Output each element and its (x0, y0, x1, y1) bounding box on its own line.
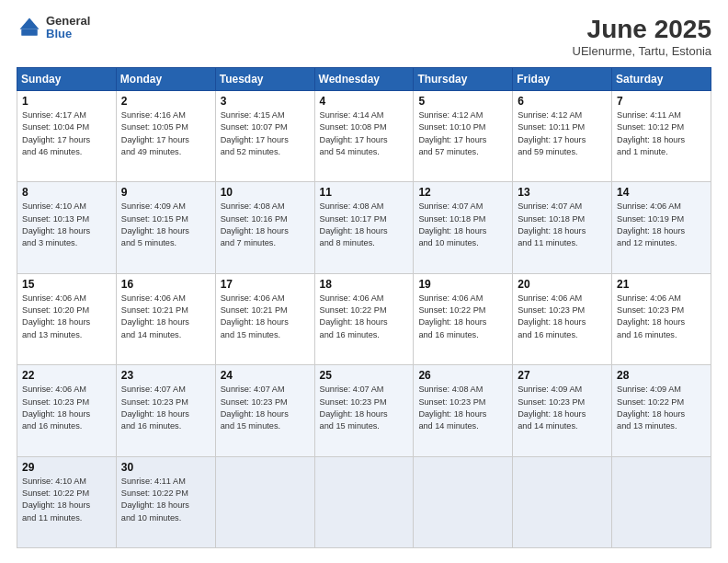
month-title: June 2025 (573, 15, 712, 44)
col-monday: Monday (116, 68, 215, 91)
day-number: 29 (22, 461, 111, 474)
day-info: Sunrise: 4:11 AM Sunset: 10:12 PM Daylig… (617, 109, 706, 158)
col-tuesday: Tuesday (215, 68, 314, 91)
day-number: 10 (221, 186, 310, 199)
day-info: Sunrise: 4:10 AM Sunset: 10:22 PM Daylig… (22, 476, 111, 524)
day-number: 11 (320, 186, 409, 199)
location: UElenurme, Tartu, Estonia (573, 44, 712, 58)
table-row: 1Sunrise: 4:17 AM Sunset: 10:04 PM Dayli… (17, 91, 117, 182)
day-number: 30 (121, 461, 210, 474)
day-info: Sunrise: 4:06 AM Sunset: 10:20 PM Daylig… (22, 293, 111, 341)
day-number: 23 (121, 369, 210, 382)
day-number: 1 (22, 95, 111, 108)
table-row: 6Sunrise: 4:12 AM Sunset: 10:11 PM Dayli… (513, 91, 612, 182)
day-number: 15 (22, 278, 111, 291)
table-row: 14Sunrise: 4:06 AM Sunset: 10:19 PM Dayl… (612, 182, 711, 273)
header: General Blue June 2025 UElenurme, Tartu,… (17, 15, 711, 58)
day-number: 12 (418, 186, 507, 199)
day-number: 2 (121, 95, 210, 108)
day-number: 25 (320, 369, 409, 382)
day-info: Sunrise: 4:06 AM Sunset: 10:21 PM Daylig… (121, 293, 210, 341)
calendar-week-4: 22Sunrise: 4:06 AM Sunset: 10:23 PM Dayl… (17, 365, 711, 456)
table-row: 19Sunrise: 4:06 AM Sunset: 10:22 PM Dayl… (414, 273, 513, 364)
day-info: Sunrise: 4:06 AM Sunset: 10:22 PM Daylig… (418, 293, 507, 341)
day-info: Sunrise: 4:12 AM Sunset: 10:10 PM Daylig… (418, 109, 507, 158)
table-row: 27Sunrise: 4:09 AM Sunset: 10:23 PM Dayl… (513, 365, 612, 456)
table-row (314, 456, 414, 547)
day-info: Sunrise: 4:12 AM Sunset: 10:11 PM Daylig… (518, 109, 607, 158)
day-info: Sunrise: 4:07 AM Sunset: 10:23 PM Daylig… (320, 384, 409, 432)
table-row: 28Sunrise: 4:09 AM Sunset: 10:22 PM Dayl… (612, 365, 711, 456)
day-number: 19 (418, 278, 507, 291)
table-row: 16Sunrise: 4:06 AM Sunset: 10:21 PM Dayl… (116, 273, 215, 364)
day-number: 3 (221, 95, 310, 108)
svg-marker-0 (20, 18, 40, 29)
table-row: 9Sunrise: 4:09 AM Sunset: 10:15 PM Dayli… (116, 182, 215, 273)
table-row: 7Sunrise: 4:11 AM Sunset: 10:12 PM Dayli… (612, 91, 711, 182)
day-info: Sunrise: 4:08 AM Sunset: 10:23 PM Daylig… (418, 384, 507, 432)
table-row: 24Sunrise: 4:07 AM Sunset: 10:23 PM Dayl… (215, 365, 314, 456)
day-info: Sunrise: 4:08 AM Sunset: 10:17 PM Daylig… (320, 201, 409, 249)
calendar-header-row: Sunday Monday Tuesday Wednesday Thursday… (17, 68, 711, 91)
table-row: 5Sunrise: 4:12 AM Sunset: 10:10 PM Dayli… (414, 91, 513, 182)
table-row: 30Sunrise: 4:11 AM Sunset: 10:22 PM Dayl… (116, 456, 215, 547)
table-row: 17Sunrise: 4:06 AM Sunset: 10:21 PM Dayl… (215, 273, 314, 364)
day-number: 28 (617, 369, 706, 382)
day-number: 4 (320, 95, 409, 108)
day-number: 5 (418, 95, 507, 108)
table-row: 13Sunrise: 4:07 AM Sunset: 10:18 PM Dayl… (513, 182, 612, 273)
logo: General Blue (17, 15, 90, 41)
day-info: Sunrise: 4:08 AM Sunset: 10:16 PM Daylig… (221, 201, 310, 249)
table-row: 8Sunrise: 4:10 AM Sunset: 10:13 PM Dayli… (17, 182, 117, 273)
table-row: 26Sunrise: 4:08 AM Sunset: 10:23 PM Dayl… (414, 365, 513, 456)
table-row (215, 456, 314, 547)
table-row: 21Sunrise: 4:06 AM Sunset: 10:23 PM Dayl… (612, 273, 711, 364)
calendar-week-2: 8Sunrise: 4:10 AM Sunset: 10:13 PM Dayli… (17, 182, 711, 273)
day-number: 9 (121, 186, 210, 199)
day-info: Sunrise: 4:06 AM Sunset: 10:19 PM Daylig… (617, 201, 706, 249)
calendar-week-5: 29Sunrise: 4:10 AM Sunset: 10:22 PM Dayl… (17, 456, 711, 547)
table-row: 2Sunrise: 4:16 AM Sunset: 10:05 PM Dayli… (116, 91, 215, 182)
table-row (513, 456, 612, 547)
table-row: 3Sunrise: 4:15 AM Sunset: 10:07 PM Dayli… (215, 91, 314, 182)
day-info: Sunrise: 4:14 AM Sunset: 10:08 PM Daylig… (320, 109, 409, 158)
day-number: 16 (121, 278, 210, 291)
logo-general-text: General (46, 15, 90, 28)
day-number: 26 (418, 369, 507, 382)
table-row: 29Sunrise: 4:10 AM Sunset: 10:22 PM Dayl… (17, 456, 117, 547)
table-row: 12Sunrise: 4:07 AM Sunset: 10:18 PM Dayl… (414, 182, 513, 273)
day-number: 17 (221, 278, 310, 291)
col-thursday: Thursday (414, 68, 513, 91)
table-row: 20Sunrise: 4:06 AM Sunset: 10:23 PM Dayl… (513, 273, 612, 364)
day-info: Sunrise: 4:09 AM Sunset: 10:15 PM Daylig… (121, 201, 210, 249)
table-row: 25Sunrise: 4:07 AM Sunset: 10:23 PM Dayl… (314, 365, 414, 456)
calendar-week-3: 15Sunrise: 4:06 AM Sunset: 10:20 PM Dayl… (17, 273, 711, 364)
table-row: 4Sunrise: 4:14 AM Sunset: 10:08 PM Dayli… (314, 91, 414, 182)
table-row: 10Sunrise: 4:08 AM Sunset: 10:16 PM Dayl… (215, 182, 314, 273)
table-row: 15Sunrise: 4:06 AM Sunset: 10:20 PM Dayl… (17, 273, 117, 364)
day-info: Sunrise: 4:17 AM Sunset: 10:04 PM Daylig… (22, 109, 111, 158)
table-row (612, 456, 711, 547)
table-row (414, 456, 513, 547)
day-info: Sunrise: 4:07 AM Sunset: 10:23 PM Daylig… (121, 384, 210, 432)
title-block: June 2025 UElenurme, Tartu, Estonia (573, 15, 712, 58)
day-info: Sunrise: 4:09 AM Sunset: 10:23 PM Daylig… (518, 384, 607, 432)
logo-icon (17, 15, 42, 40)
day-info: Sunrise: 4:07 AM Sunset: 10:18 PM Daylig… (518, 201, 607, 249)
col-friday: Friday (513, 68, 612, 91)
day-number: 20 (518, 278, 607, 291)
table-row: 11Sunrise: 4:08 AM Sunset: 10:17 PM Dayl… (314, 182, 414, 273)
day-info: Sunrise: 4:11 AM Sunset: 10:22 PM Daylig… (121, 476, 210, 524)
day-number: 6 (518, 95, 607, 108)
day-info: Sunrise: 4:06 AM Sunset: 10:23 PM Daylig… (518, 293, 607, 341)
day-number: 13 (518, 186, 607, 199)
day-number: 18 (320, 278, 409, 291)
day-info: Sunrise: 4:09 AM Sunset: 10:22 PM Daylig… (617, 384, 706, 432)
day-number: 21 (617, 278, 706, 291)
day-number: 27 (518, 369, 607, 382)
day-info: Sunrise: 4:16 AM Sunset: 10:05 PM Daylig… (121, 109, 210, 158)
day-number: 22 (22, 369, 111, 382)
day-info: Sunrise: 4:15 AM Sunset: 10:07 PM Daylig… (221, 109, 310, 158)
calendar-table: Sunday Monday Tuesday Wednesday Thursday… (17, 67, 711, 548)
day-number: 24 (221, 369, 310, 382)
